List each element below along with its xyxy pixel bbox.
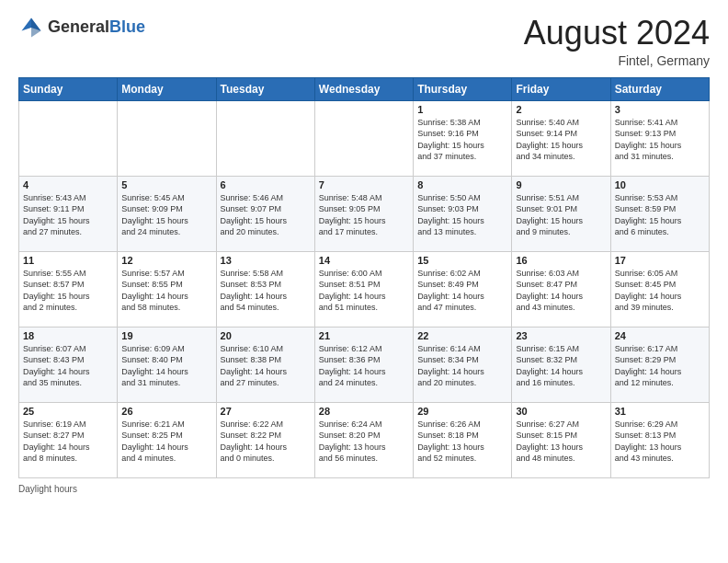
day-info: Sunrise: 5:58 AMSunset: 8:53 PMDaylight:… — [221, 268, 311, 314]
footer: Daylight hours — [18, 484, 710, 494]
day-number: 6 — [221, 179, 311, 190]
day-info: Sunrise: 6:24 AMSunset: 8:20 PMDaylight:… — [319, 419, 409, 465]
day-info: Sunrise: 6:17 AMSunset: 8:29 PMDaylight:… — [615, 343, 705, 389]
logo: General Blue — [18, 15, 145, 40]
calendar-cell: 9Sunrise: 5:51 AMSunset: 9:01 PMDaylight… — [512, 176, 610, 251]
calendar-cell: 26Sunrise: 6:21 AMSunset: 8:25 PMDayligh… — [118, 402, 216, 477]
calendar-cell: 30Sunrise: 6:27 AMSunset: 8:15 PMDayligh… — [512, 402, 610, 477]
day-number: 30 — [516, 406, 606, 417]
calendar-cell: 16Sunrise: 6:03 AMSunset: 8:47 PMDayligh… — [512, 251, 610, 327]
day-info: Sunrise: 6:21 AMSunset: 8:25 PMDaylight:… — [121, 419, 211, 465]
day-number: 4 — [23, 179, 113, 190]
calendar-cell: 6Sunrise: 5:46 AMSunset: 9:07 PMDaylight… — [216, 176, 314, 251]
calendar-cell: 5Sunrise: 5:45 AMSunset: 9:09 PMDaylight… — [118, 176, 216, 251]
calendar-week-1: 1Sunrise: 5:38 AMSunset: 9:16 PMDaylight… — [19, 100, 710, 176]
day-info: Sunrise: 6:14 AMSunset: 8:34 PMDaylight:… — [417, 343, 507, 389]
day-info: Sunrise: 6:00 AMSunset: 8:51 PMDaylight:… — [319, 268, 409, 314]
day-number: 22 — [417, 330, 507, 341]
calendar-cell: 7Sunrise: 5:48 AMSunset: 9:05 PMDaylight… — [314, 176, 413, 251]
day-number: 19 — [121, 330, 211, 341]
calendar-week-3: 11Sunrise: 5:55 AMSunset: 8:57 PMDayligh… — [19, 251, 710, 327]
calendar-cell — [19, 100, 118, 176]
day-number: 2 — [516, 104, 606, 115]
day-number: 10 — [615, 179, 705, 190]
day-number: 5 — [121, 179, 211, 190]
calendar-week-2: 4Sunrise: 5:43 AMSunset: 9:11 PMDaylight… — [19, 176, 710, 251]
day-info: Sunrise: 5:40 AMSunset: 9:14 PMDaylight:… — [516, 117, 606, 163]
day-number: 14 — [319, 255, 409, 266]
svg-marker-1 — [31, 18, 41, 38]
month-year: August 2024 — [524, 15, 710, 52]
day-number: 29 — [417, 406, 507, 417]
day-info: Sunrise: 5:38 AMSunset: 9:16 PMDaylight:… — [417, 117, 507, 163]
calendar-cell — [118, 100, 216, 176]
calendar-cell: 24Sunrise: 6:17 AMSunset: 8:29 PMDayligh… — [610, 327, 709, 402]
day-number: 3 — [615, 104, 705, 115]
calendar-cell: 11Sunrise: 5:55 AMSunset: 8:57 PMDayligh… — [19, 251, 118, 327]
day-info: Sunrise: 6:29 AMSunset: 8:13 PMDaylight:… — [615, 419, 705, 465]
day-number: 7 — [319, 179, 409, 190]
day-info: Sunrise: 6:09 AMSunset: 8:40 PMDaylight:… — [121, 343, 211, 389]
day-info: Sunrise: 5:50 AMSunset: 9:03 PMDaylight:… — [417, 192, 507, 238]
day-info: Sunrise: 5:48 AMSunset: 9:05 PMDaylight:… — [319, 192, 409, 238]
day-info: Sunrise: 6:07 AMSunset: 8:43 PMDaylight:… — [23, 343, 113, 389]
calendar-cell: 19Sunrise: 6:09 AMSunset: 8:40 PMDayligh… — [118, 327, 216, 402]
calendar-table: SundayMondayTuesdayWednesdayThursdayFrid… — [18, 77, 710, 478]
day-info: Sunrise: 6:26 AMSunset: 8:18 PMDaylight:… — [417, 419, 507, 465]
day-number: 15 — [417, 255, 507, 266]
calendar-cell: 18Sunrise: 6:07 AMSunset: 8:43 PMDayligh… — [19, 327, 118, 402]
day-info: Sunrise: 6:10 AMSunset: 8:38 PMDaylight:… — [221, 343, 311, 389]
weekday-header-monday: Monday — [118, 77, 216, 100]
logo-icon — [18, 15, 44, 40]
calendar-cell — [314, 100, 413, 176]
calendar-cell: 13Sunrise: 5:58 AMSunset: 8:53 PMDayligh… — [216, 251, 314, 327]
day-number: 17 — [615, 255, 705, 266]
calendar-cell: 1Sunrise: 5:38 AMSunset: 9:16 PMDaylight… — [414, 100, 512, 176]
calendar-cell: 2Sunrise: 5:40 AMSunset: 9:14 PMDaylight… — [512, 100, 610, 176]
day-number: 21 — [319, 330, 409, 341]
weekday-header-sunday: Sunday — [19, 77, 118, 100]
weekday-header-friday: Friday — [512, 77, 610, 100]
day-number: 18 — [23, 330, 113, 341]
day-info: Sunrise: 5:45 AMSunset: 9:09 PMDaylight:… — [121, 192, 211, 238]
day-number: 26 — [121, 406, 211, 417]
day-number: 23 — [516, 330, 606, 341]
weekday-header-saturday: Saturday — [610, 77, 709, 100]
day-info: Sunrise: 6:27 AMSunset: 8:15 PMDaylight:… — [516, 419, 606, 465]
calendar-cell: 25Sunrise: 6:19 AMSunset: 8:27 PMDayligh… — [19, 402, 118, 477]
day-info: Sunrise: 6:15 AMSunset: 8:32 PMDaylight:… — [516, 343, 606, 389]
title-block: August 2024 Fintel, Germany — [524, 15, 710, 68]
day-number: 9 — [516, 179, 606, 190]
calendar-cell: 23Sunrise: 6:15 AMSunset: 8:32 PMDayligh… — [512, 327, 610, 402]
day-info: Sunrise: 5:43 AMSunset: 9:11 PMDaylight:… — [23, 192, 113, 238]
day-info: Sunrise: 6:02 AMSunset: 8:49 PMDaylight:… — [417, 268, 507, 314]
calendar-week-5: 25Sunrise: 6:19 AMSunset: 8:27 PMDayligh… — [19, 402, 710, 477]
calendar-cell: 17Sunrise: 6:05 AMSunset: 8:45 PMDayligh… — [610, 251, 709, 327]
day-info: Sunrise: 5:57 AMSunset: 8:55 PMDaylight:… — [121, 268, 211, 314]
calendar-cell: 31Sunrise: 6:29 AMSunset: 8:13 PMDayligh… — [610, 402, 709, 477]
day-info: Sunrise: 6:05 AMSunset: 8:45 PMDaylight:… — [615, 268, 705, 314]
day-number: 25 — [23, 406, 113, 417]
calendar-cell: 10Sunrise: 5:53 AMSunset: 8:59 PMDayligh… — [610, 176, 709, 251]
weekday-header-wednesday: Wednesday — [314, 77, 413, 100]
day-number: 31 — [615, 406, 705, 417]
calendar-cell: 27Sunrise: 6:22 AMSunset: 8:22 PMDayligh… — [216, 402, 314, 477]
day-number: 8 — [417, 179, 507, 190]
header: General Blue August 2024 Fintel, Germany — [18, 15, 710, 68]
weekday-header-row: SundayMondayTuesdayWednesdayThursdayFrid… — [19, 77, 710, 100]
calendar-week-4: 18Sunrise: 6:07 AMSunset: 8:43 PMDayligh… — [19, 327, 710, 402]
location: Fintel, Germany — [524, 53, 710, 68]
weekday-header-tuesday: Tuesday — [216, 77, 314, 100]
calendar-cell: 28Sunrise: 6:24 AMSunset: 8:20 PMDayligh… — [314, 402, 413, 477]
day-info: Sunrise: 5:51 AMSunset: 9:01 PMDaylight:… — [516, 192, 606, 238]
logo-text: General Blue — [48, 18, 145, 37]
calendar-cell — [216, 100, 314, 176]
calendar-cell: 21Sunrise: 6:12 AMSunset: 8:36 PMDayligh… — [314, 327, 413, 402]
calendar-cell: 15Sunrise: 6:02 AMSunset: 8:49 PMDayligh… — [414, 251, 512, 327]
calendar-cell: 4Sunrise: 5:43 AMSunset: 9:11 PMDaylight… — [19, 176, 118, 251]
calendar-cell: 3Sunrise: 5:41 AMSunset: 9:13 PMDaylight… — [610, 100, 709, 176]
day-number: 16 — [516, 255, 606, 266]
day-number: 13 — [221, 255, 311, 266]
day-number: 20 — [221, 330, 311, 341]
day-number: 27 — [221, 406, 311, 417]
